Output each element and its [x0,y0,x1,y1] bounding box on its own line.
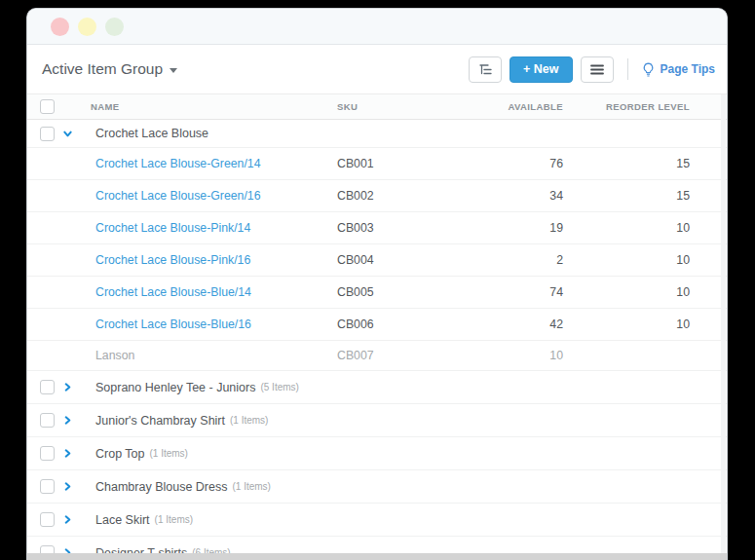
reorder-level-cell: 15 [676,189,690,203]
reorder-level-cell: 10 [676,317,690,331]
page-title-dropdown[interactable]: Active Item Group [42,60,177,78]
reorder-level-cell: 15 [676,157,690,170]
item-group-row-expanded[interactable]: Crochet Lace Blouse [27,120,727,148]
scrollbar-track[interactable] [721,94,726,553]
window-minimize-button[interactable] [78,18,96,36]
group-item-count: (5 Items) [260,382,298,392]
sku-cell: CB003 [337,221,374,235]
horizontal-scrollbar[interactable] [27,553,727,560]
new-button-label: + New [523,62,558,76]
item-variant-link[interactable]: Crochet Lace Blouse-Green/16 [95,189,261,203]
lightbulb-icon [642,62,655,77]
column-header-reorder-level[interactable]: REORDER LEVEL [563,101,727,112]
item-group-row-collapsed[interactable]: Crop Top(1 Items) [27,437,727,470]
page-tips-link[interactable]: Page Tips [642,62,715,77]
item-variant-link[interactable]: Crochet Lace Blouse-Pink/14 [95,221,250,235]
group-name[interactable]: Crop Top [95,447,145,461]
sku-cell: CB007 [337,349,374,362]
chevron-down-icon[interactable] [62,129,73,139]
select-all-checkbox[interactable] [40,99,55,114]
sku-cell: CB004 [337,253,374,267]
table-header-row: NAME SKU AVAILABLE REORDER LEVEL [27,93,727,120]
chevron-down-icon [170,68,177,73]
group-name[interactable]: Junior's Chambray Shirt [95,414,225,428]
item-group-row-collapsed[interactable]: Junior's Chambray Shirt(1 Items) [27,404,727,437]
item-variant-link[interactable]: Crochet Lace Blouse-Pink/16 [95,253,250,267]
group-item-count: (1 Items) [232,481,270,492]
row-checkbox[interactable] [40,512,55,527]
tree-outline-icon [478,63,493,76]
item-group-list: Crochet Lace BlouseCrochet Lace Blouse-G… [27,120,727,560]
sku-cell: CB001 [337,157,374,170]
item-variant-row-inactive[interactable]: LansonCB00710 [27,341,727,371]
page-tips-label: Page Tips [661,62,715,76]
column-header-name[interactable]: NAME [89,101,337,112]
column-header-sku[interactable]: SKU [337,101,451,112]
sku-cell: CB006 [337,317,374,331]
list-view-menu-button[interactable] [581,56,614,83]
item-variant-row[interactable]: Crochet Lace Blouse-Pink/16CB004210 [27,244,727,277]
toolbar-actions: + New Page Tips [469,56,715,83]
toolbar-divider [627,58,628,80]
reorder-level-cell: 10 [676,221,690,235]
window-maximize-button[interactable] [105,18,124,36]
item-group-row-collapsed[interactable]: Lace Skirt(1 Items) [27,504,727,537]
chevron-right-icon[interactable] [62,514,73,525]
desktop-background: { "window": { "traffic_lights": [ {"name… [0,0,755,560]
window-close-button[interactable] [51,18,69,36]
group-name[interactable]: Chambray Blouse Dress [95,480,227,494]
chevron-right-icon[interactable] [62,382,73,392]
available-cell: 34 [549,189,563,203]
sku-cell: CB005 [337,285,374,299]
item-variant-link[interactable]: Crochet Lace Blouse-Blue/16 [95,317,251,331]
page-title: Active Item Group [42,60,163,78]
group-item-count: (1 Items) [150,448,188,459]
group-item-count: (1 Items) [155,514,193,525]
item-variant-row[interactable]: Crochet Lace Blouse-Blue/14CB0057410 [27,277,727,309]
row-checkbox[interactable] [40,479,55,494]
reorder-level-cell: 10 [676,253,690,267]
app-window: Active Item Group + New [26,8,728,560]
new-button[interactable]: + New [510,56,572,83]
group-name[interactable]: Soprano Henley Tee - Juniors [95,381,255,394]
collapse-all-button[interactable] [469,56,502,83]
row-checkbox[interactable] [40,380,55,394]
reorder-level-cell: 10 [676,285,690,299]
available-cell: 74 [549,285,563,299]
available-cell: 2 [556,253,563,267]
item-group-row-collapsed[interactable]: Soprano Henley Tee - Juniors(5 Items) [27,371,727,404]
sku-cell: CB002 [337,189,374,203]
column-header-available[interactable]: AVAILABLE [451,101,563,112]
available-cell: 42 [549,317,563,331]
item-variant-row[interactable]: Crochet Lace Blouse-Green/14CB0017615 [27,148,727,180]
hamburger-icon [590,64,604,75]
chevron-right-icon[interactable] [62,481,73,492]
page-toolbar: Active Item Group + New [27,45,727,93]
row-checkbox[interactable] [40,446,55,461]
item-group-row-collapsed[interactable]: Chambray Blouse Dress(1 Items) [27,470,727,504]
row-checkbox[interactable] [40,413,55,428]
available-cell: 19 [549,221,563,235]
item-variant-link[interactable]: Crochet Lace Blouse-Green/14 [95,157,261,170]
window-titlebar [27,9,727,45]
group-item-count: (1 Items) [230,415,268,426]
available-cell: 10 [549,349,563,362]
item-variant-row[interactable]: Crochet Lace Blouse-Green/16CB0023415 [27,180,727,212]
item-variant-link[interactable]: Crochet Lace Blouse-Blue/14 [95,285,251,299]
chevron-right-icon[interactable] [62,415,73,426]
row-checkbox[interactable] [40,127,55,141]
group-name[interactable]: Crochet Lace Blouse [95,127,208,140]
available-cell: 76 [549,157,563,170]
chevron-right-icon[interactable] [62,448,73,459]
item-variant-row[interactable]: Crochet Lace Blouse-Pink/14CB0031910 [27,212,727,244]
item-variant-row[interactable]: Crochet Lace Blouse-Blue/16CB0064210 [27,309,727,341]
item-name: Lanson [95,349,134,362]
group-name[interactable]: Lace Skirt [95,513,150,527]
